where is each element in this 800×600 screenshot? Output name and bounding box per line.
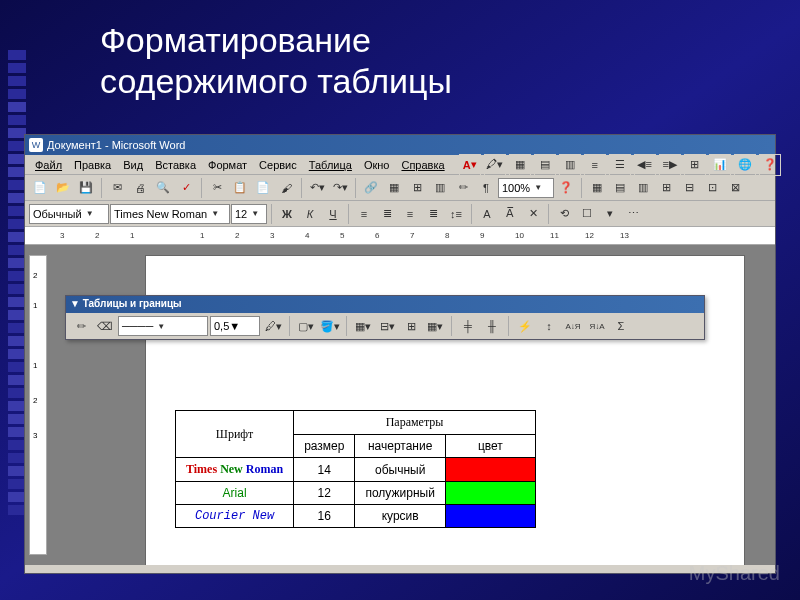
table-header-font[interactable]: Шрифт bbox=[176, 411, 294, 458]
new-icon[interactable]: 📄 bbox=[29, 177, 51, 199]
zoom-select[interactable]: 100%▼ bbox=[498, 178, 554, 198]
autoformat-icon[interactable]: ⚡ bbox=[514, 315, 536, 337]
menu-insert[interactable]: Вставка bbox=[149, 157, 202, 173]
char-a2-icon[interactable]: A̅ bbox=[499, 203, 521, 225]
align-center-icon[interactable]: ≣ bbox=[376, 203, 398, 225]
underline-button[interactable]: Ч bbox=[322, 203, 344, 225]
align-right-icon[interactable]: ≡ bbox=[399, 203, 421, 225]
table-cell-style-1[interactable]: обычный bbox=[355, 458, 445, 482]
split-icon[interactable]: ⊞ bbox=[400, 315, 422, 337]
merge-icon[interactable]: ⊟▾ bbox=[376, 315, 398, 337]
border-color-icon[interactable]: 🖊▾ bbox=[262, 315, 284, 337]
font-select[interactable]: Times New Roman▼ bbox=[110, 204, 230, 224]
insert-table-icon[interactable]: ▦▾ bbox=[352, 315, 374, 337]
tbx-icon-2[interactable]: ▤ bbox=[609, 177, 631, 199]
align-left-icon[interactable]: ≡ bbox=[353, 203, 375, 225]
help-icon[interactable]: ❓ bbox=[555, 177, 577, 199]
table-cell-color-green[interactable] bbox=[445, 482, 535, 505]
sort-asc-icon[interactable]: А↓Я bbox=[562, 315, 584, 337]
mail-icon[interactable]: ✉ bbox=[106, 177, 128, 199]
table-cell-style-2[interactable]: полужирный bbox=[355, 482, 445, 505]
document-area[interactable]: 2 1 1 2 3 ▼ Таблицы и границы ✏ ⌫ ────▼ … bbox=[25, 245, 775, 565]
dist-cols-icon[interactable]: ╫ bbox=[481, 315, 503, 337]
table-cell-style-3[interactable]: курсив bbox=[355, 505, 445, 528]
italic-button[interactable]: К bbox=[299, 203, 321, 225]
tbx-icon-7[interactable]: ⊠ bbox=[724, 177, 746, 199]
align-cell-icon[interactable]: ▦▾ bbox=[424, 315, 446, 337]
tbx-icon-5[interactable]: ⊟ bbox=[678, 177, 700, 199]
table-cell-color-blue[interactable] bbox=[445, 505, 535, 528]
excel-icon[interactable]: ⊞ bbox=[406, 177, 428, 199]
bold-button[interactable]: Ж bbox=[276, 203, 298, 225]
horizontal-ruler[interactable]: 3 2 1 1 2 3 4 5 6 7 8 9 10 11 12 13 bbox=[25, 227, 775, 245]
sum-icon[interactable]: Σ bbox=[610, 315, 632, 337]
tables-borders-toolbar[interactable]: ▼ Таблицы и границы ✏ ⌫ ────▼ 0,5 ▼ 🖊▾ ▢… bbox=[65, 295, 705, 340]
toolbar-icon-1[interactable]: ⊞ bbox=[684, 154, 706, 176]
indent-icon[interactable]: ≡▶ bbox=[659, 154, 681, 176]
table-cell-size-3[interactable]: 16 bbox=[294, 505, 355, 528]
menu-format[interactable]: Формат bbox=[202, 157, 253, 173]
grid3-icon[interactable]: ▥ bbox=[559, 154, 581, 176]
open-icon[interactable]: 📂 bbox=[52, 177, 74, 199]
font-color-icon[interactable]: A▾ bbox=[459, 154, 481, 176]
tbx-icon-1[interactable]: ▦ bbox=[586, 177, 608, 199]
outdent-icon[interactable]: ◀≡ bbox=[634, 154, 656, 176]
drawing-icon[interactable]: ✏ bbox=[452, 177, 474, 199]
menu-tools[interactable]: Сервис bbox=[253, 157, 303, 173]
text-direction-icon[interactable]: ↕ bbox=[538, 315, 560, 337]
copy-icon[interactable]: 📋 bbox=[229, 177, 251, 199]
sample-table[interactable]: Шрифт Параметры размер начертание цвет T… bbox=[175, 410, 536, 528]
grid1-icon[interactable]: ▦ bbox=[509, 154, 531, 176]
extra-3-icon[interactable]: ▾ bbox=[599, 203, 621, 225]
line-weight-select[interactable]: 0,5 ▼ bbox=[210, 316, 260, 336]
float-toolbar-title[interactable]: ▼ Таблицы и границы bbox=[66, 296, 704, 313]
fill-icon[interactable]: 🪣▾ bbox=[319, 315, 341, 337]
numlist-icon[interactable]: ☰ bbox=[609, 154, 631, 176]
dist-rows-icon[interactable]: ╪ bbox=[457, 315, 479, 337]
columns-icon[interactable]: ▥ bbox=[429, 177, 451, 199]
table-cell-font-tnr[interactable]: Times New Roman bbox=[176, 458, 294, 482]
char-a-icon[interactable]: A bbox=[476, 203, 498, 225]
menu-edit[interactable]: Правка bbox=[68, 157, 117, 173]
brush-icon[interactable]: 🖌 bbox=[275, 177, 297, 199]
vertical-ruler[interactable]: 2 1 1 2 3 bbox=[29, 255, 47, 555]
toolbar-icon-4[interactable]: ❓ bbox=[759, 154, 781, 176]
toolbar-icon-3[interactable]: 🌐 bbox=[734, 154, 756, 176]
style-select[interactable]: Обычный▼ bbox=[29, 204, 109, 224]
table-cell-font-arial[interactable]: Arial bbox=[176, 482, 294, 505]
extra-2-icon[interactable]: ☐ bbox=[576, 203, 598, 225]
size-select[interactable]: 12▼ bbox=[231, 204, 267, 224]
paste-icon[interactable]: 📄 bbox=[252, 177, 274, 199]
menu-help[interactable]: Справка bbox=[395, 157, 450, 173]
table-cell-font-courier[interactable]: Courier New bbox=[176, 505, 294, 528]
extra-1-icon[interactable]: ⟲ bbox=[553, 203, 575, 225]
menu-window[interactable]: Окно bbox=[358, 157, 396, 173]
eraser-icon[interactable]: ⌫ bbox=[94, 315, 116, 337]
titlebar[interactable]: W Документ1 - Microsoft Word bbox=[25, 135, 775, 155]
table-cell-size-1[interactable]: 14 bbox=[294, 458, 355, 482]
highlight-icon[interactable]: 🖍▾ bbox=[484, 154, 506, 176]
tbx-icon-4[interactable]: ⊞ bbox=[655, 177, 677, 199]
border-icon[interactable]: ▢▾ bbox=[295, 315, 317, 337]
table-cell-color-red[interactable] bbox=[445, 458, 535, 482]
toolbar-icon-2[interactable]: 📊 bbox=[709, 154, 731, 176]
cut-icon[interactable]: ✂ bbox=[206, 177, 228, 199]
save-icon[interactable]: 💾 bbox=[75, 177, 97, 199]
tbx-icon-6[interactable]: ⊡ bbox=[701, 177, 723, 199]
redo-icon[interactable]: ↷▾ bbox=[329, 177, 351, 199]
extra-4-icon[interactable]: ⋯ bbox=[622, 203, 644, 225]
tablegrid-icon[interactable]: ▦ bbox=[383, 177, 405, 199]
linespacing-icon[interactable]: ↕≡ bbox=[445, 203, 467, 225]
undo-icon[interactable]: ↶▾ bbox=[306, 177, 328, 199]
sort-desc-icon[interactable]: Я↓А bbox=[586, 315, 608, 337]
link-icon[interactable]: 🔗 bbox=[360, 177, 382, 199]
table-header-params[interactable]: Параметры bbox=[294, 411, 536, 435]
table-subheader-size[interactable]: размер bbox=[294, 435, 355, 458]
menu-table[interactable]: Таблица bbox=[303, 157, 358, 173]
grid2-icon[interactable]: ▤ bbox=[534, 154, 556, 176]
table-cell-size-2[interactable]: 12 bbox=[294, 482, 355, 505]
menu-file[interactable]: Файл bbox=[29, 157, 68, 173]
tbx-icon-3[interactable]: ▥ bbox=[632, 177, 654, 199]
list-icon[interactable]: ≡ bbox=[584, 154, 606, 176]
char-x-icon[interactable]: ✕ bbox=[522, 203, 544, 225]
